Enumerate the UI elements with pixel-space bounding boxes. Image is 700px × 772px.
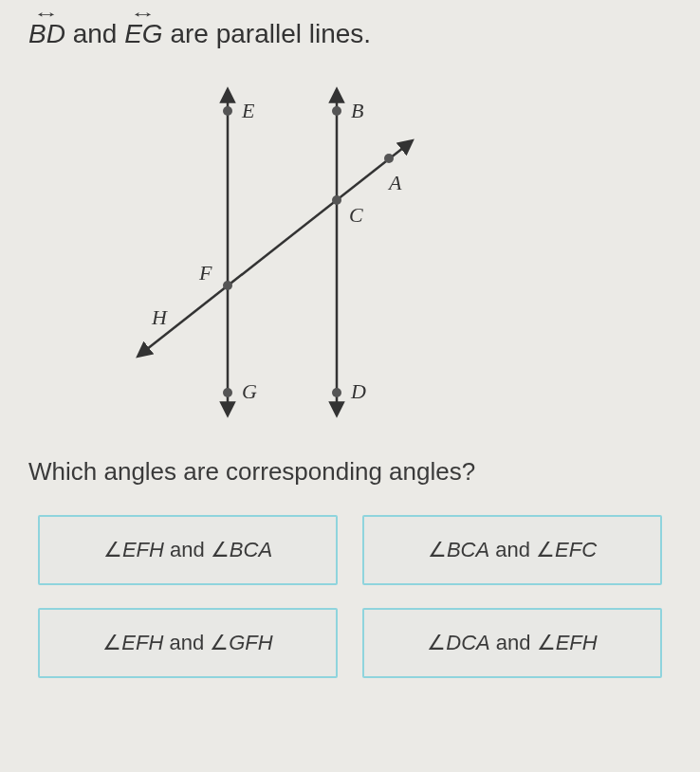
line-HA (142, 144, 408, 353)
statement-rest: are parallel lines. (163, 19, 371, 48)
label-H: H (151, 305, 168, 329)
answer-option-4[interactable]: ∠DCA and ∠EFH (362, 608, 662, 678)
question-text: Which angles are corresponding angles? (28, 457, 672, 487)
answer-1-angle-a: EFH (122, 538, 164, 561)
answer-3-conn: and (163, 631, 210, 654)
geometry-diagram: E B A C F H G D (104, 78, 465, 429)
label-C: C (349, 203, 363, 227)
label-E: E (241, 99, 255, 122)
answer-3-angle-b: GFH (229, 631, 272, 654)
point-C (332, 195, 341, 205)
answer-option-2[interactable]: ∠BCA and ∠EFC (362, 515, 662, 585)
answer-1-conn: and (164, 538, 211, 561)
point-E (223, 106, 232, 116)
answer-4-conn: and (490, 631, 537, 654)
point-D (332, 388, 341, 397)
label-B: B (351, 99, 363, 122)
answer-4-angle-b: EFH (556, 631, 598, 654)
answer-3-angle-a: EFH (121, 631, 163, 654)
answer-2-angle-a: BCA (447, 538, 489, 561)
answer-1-angle-b: BCA (230, 538, 272, 561)
answers-grid: ∠EFH and ∠BCA ∠BCA and ∠EFC ∠EFH and ∠GF… (28, 515, 672, 678)
answer-2-angle-b: EFC (555, 538, 597, 561)
answer-2-conn: and (489, 538, 536, 561)
point-F (223, 281, 232, 290)
answer-option-1[interactable]: ∠EFH and ∠BCA (38, 515, 338, 585)
label-A: A (387, 171, 402, 194)
line-EG-label: EG (124, 19, 162, 49)
point-B (332, 106, 341, 116)
statement-connector: and (65, 19, 124, 48)
label-D: D (350, 379, 366, 403)
answer-4-angle-a: DCA (446, 631, 489, 654)
problem-statement: BD and EG are parallel lines. (28, 19, 672, 49)
answer-option-3[interactable]: ∠EFH and ∠GFH (38, 608, 338, 678)
label-F: F (198, 261, 212, 285)
label-G: G (242, 379, 257, 403)
point-G (223, 388, 232, 397)
diagram-container: E B A C F H G D (28, 78, 672, 429)
line-BD-label: BD (28, 19, 65, 49)
point-A (384, 154, 394, 163)
